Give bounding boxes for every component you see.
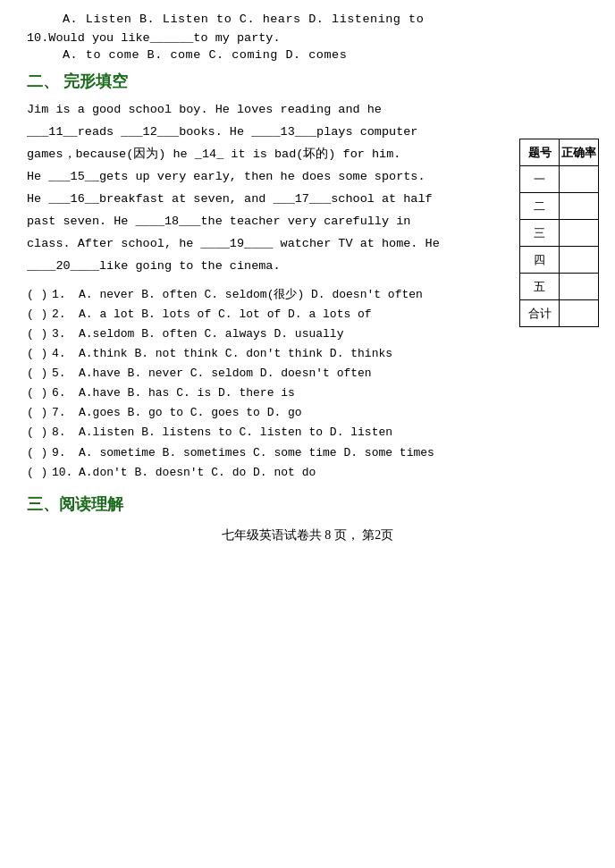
mc-item-8: ( ) 8. A.listen B. listens to C. listen … bbox=[27, 423, 588, 442]
mc-bracket-7: ( ) bbox=[27, 403, 52, 423]
mc-num-10: 10. bbox=[52, 463, 79, 483]
passage-line-4: He ___15__gets up very early, then he do… bbox=[27, 170, 425, 183]
mc-num-8: 8. bbox=[52, 423, 79, 442]
mc-text-7: A.goes B. go to C. goes to D. go bbox=[79, 403, 302, 423]
mc-text-5: A.have B. never C. seldom D. doesn't oft… bbox=[79, 364, 372, 383]
score-table-header-col2: 正确率 bbox=[560, 139, 599, 166]
passage-line-8: ____20____like going to the cinema. bbox=[27, 259, 281, 273]
q10-options: A. to come B. come C. coming D. comes bbox=[63, 48, 588, 62]
score-row-2-value bbox=[560, 193, 599, 220]
passage-line-5: He ___16__breakfast at seven, and ___17_… bbox=[27, 192, 433, 206]
section3-title: 三、阅读理解 bbox=[27, 493, 588, 515]
score-row-4-value bbox=[560, 247, 599, 274]
mc-num-5: 5. bbox=[52, 364, 79, 383]
passage-line-1: Jim is a good school boy. He loves readi… bbox=[27, 103, 382, 116]
score-row-1-label: 一 bbox=[520, 166, 560, 193]
mc-text-4: A.think B. not think C. don't think D. t… bbox=[79, 344, 392, 364]
mc-text-2: A. a lot B. lots of C. lot of D. a lots … bbox=[79, 305, 372, 324]
mc-item-9: ( ) 9. A. sometime B. sometimes C. some … bbox=[27, 443, 588, 463]
mc-num-2: 2. bbox=[52, 305, 79, 324]
mc-item-6: ( ) 6. A.have B. has C. is D. there is bbox=[27, 383, 588, 403]
mc-text-3: A.seldom B. often C. always D. usually bbox=[79, 324, 343, 344]
passage: Jim is a good school boy. He loves readi… bbox=[27, 99, 588, 278]
mc-item-4: ( ) 4. A.think B. not think C. don't thi… bbox=[27, 344, 588, 364]
mc-item-10: ( ) 10. A.don't B. doesn't C. do D. not … bbox=[27, 463, 588, 483]
mc-bracket-1: ( ) bbox=[27, 285, 52, 305]
mc-text-1: A. never B. often C. seldom(很少) D. doesn… bbox=[79, 285, 423, 305]
score-table: 题号 正确率 一 二 三 四 五 合计 bbox=[519, 139, 599, 327]
score-row-4-label: 四 bbox=[520, 247, 560, 274]
score-row-5-value bbox=[560, 274, 599, 300]
mc-item-5: ( ) 5. A.have B. never C. seldom D. does… bbox=[27, 364, 588, 383]
score-row-5-label: 五 bbox=[520, 274, 560, 300]
mc-num-1: 1. bbox=[52, 285, 79, 305]
mc-item-2: ( ) 2. A. a lot B. lots of C. lot of D. … bbox=[27, 305, 588, 324]
passage-line-6: past seven. He ____18___the teacher very… bbox=[27, 215, 410, 228]
score-row-1-value bbox=[560, 166, 599, 193]
mc-bracket-5: ( ) bbox=[27, 364, 52, 383]
mc-bracket-4: ( ) bbox=[27, 344, 52, 364]
mc-bracket-3: ( ) bbox=[27, 324, 52, 344]
q9-options: A. Listen B. Listen to C. hears D. liste… bbox=[63, 13, 588, 26]
mc-bracket-2: ( ) bbox=[27, 305, 52, 324]
mc-bracket-10: ( ) bbox=[27, 463, 52, 483]
passage-line-7: class. After school, he ____19____ watch… bbox=[27, 237, 440, 250]
mc-num-9: 9. bbox=[52, 443, 79, 463]
passage-line-2: ___11__reads ___12___books. He ____13___… bbox=[27, 125, 417, 139]
mc-num-3: 3. bbox=[52, 324, 79, 344]
footer-text: 七年级英语试卷共 8 页， 第2页 bbox=[27, 527, 588, 544]
q10-text: 10.Would you like______to my party. bbox=[27, 31, 588, 45]
mc-bracket-9: ( ) bbox=[27, 443, 52, 463]
score-row-total-label: 合计 bbox=[520, 300, 560, 327]
mc-list: ( ) 1. A. never B. often C. seldom(很少) D… bbox=[27, 285, 588, 483]
mc-num-7: 7. bbox=[52, 403, 79, 423]
score-row-3-value bbox=[560, 220, 599, 247]
mc-bracket-6: ( ) bbox=[27, 383, 52, 403]
mc-text-9: A. sometime B. sometimes C. some time D.… bbox=[79, 443, 434, 463]
mc-text-6: A.have B. has C. is D. there is bbox=[79, 383, 295, 403]
mc-num-6: 6. bbox=[52, 383, 79, 403]
score-row-3-label: 三 bbox=[520, 220, 560, 247]
score-row-2-label: 二 bbox=[520, 193, 560, 220]
mc-item-7: ( ) 7. A.goes B. go to C. goes to D. go bbox=[27, 403, 588, 423]
passage-line-3: games，because(因为) he _14_ it is bad(坏的) … bbox=[27, 147, 400, 161]
mc-text-10: A.don't B. doesn't C. do D. not do bbox=[79, 463, 316, 483]
mc-num-4: 4. bbox=[52, 344, 79, 364]
mc-bracket-8: ( ) bbox=[27, 423, 52, 442]
section2-title: 二、 完形填空 bbox=[27, 71, 588, 92]
mc-item-3: ( ) 3. A.seldom B. often C. always D. us… bbox=[27, 324, 588, 344]
score-row-total-value bbox=[560, 300, 599, 327]
mc-item-1: ( ) 1. A. never B. often C. seldom(很少) D… bbox=[27, 285, 588, 305]
mc-text-8: A.listen B. listens to C. listen to D. l… bbox=[79, 423, 392, 442]
score-table-header-col1: 题号 bbox=[520, 139, 560, 166]
